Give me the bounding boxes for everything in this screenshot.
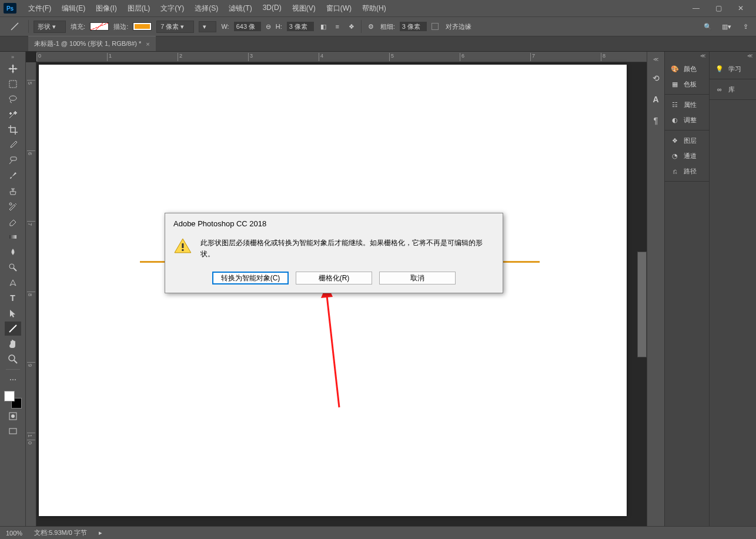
toolbox: » T ⋯	[0, 52, 26, 526]
width-input[interactable]	[234, 22, 261, 31]
magic-wand-tool[interactable]	[5, 108, 21, 122]
color-swatches[interactable]	[4, 391, 22, 409]
menu-select[interactable]: 选择(S)	[190, 1, 223, 16]
swatches-panel-tab[interactable]: ▦色板	[665, 76, 709, 92]
svg-line-11	[14, 360, 17, 363]
tool-mode-select[interactable]: 形状 ▾	[34, 21, 66, 33]
svg-line-9	[9, 325, 16, 332]
share-icon[interactable]: ⇪	[741, 22, 750, 31]
menu-edit[interactable]: 编辑(E)	[57, 1, 90, 16]
gradient-tool[interactable]	[5, 230, 21, 244]
screen-mode-tool[interactable]	[5, 424, 21, 438]
align-edges-checkbox[interactable]	[431, 23, 439, 30]
convert-to-smart-object-button[interactable]: 转换为智能对象(C)	[212, 272, 289, 284]
character-panel-icon[interactable]: A	[650, 93, 663, 106]
history-panel-icon[interactable]: ⟲	[650, 72, 663, 85]
stroke-swatch[interactable]	[133, 22, 152, 31]
lasso-tool[interactable]	[5, 92, 21, 106]
menu-layer[interactable]: 图层(L)	[123, 1, 155, 16]
stroke-style-select[interactable]: ▾	[199, 21, 216, 32]
document-tab[interactable]: 未标题-1 @ 100% (形状 1, RGB/8#) * ×	[28, 36, 156, 51]
menu-type[interactable]: 文字(Y)	[156, 1, 189, 16]
search-icon[interactable]: 🔍	[703, 22, 712, 31]
thickness-input[interactable]	[400, 22, 427, 31]
collapse-icon[interactable]: ≪	[647, 56, 664, 63]
menu-help[interactable]: 帮助(H)	[357, 1, 391, 16]
eyedropper-tool[interactable]	[5, 138, 21, 152]
collapse-icon[interactable]: ≪	[665, 52, 709, 59]
menu-image[interactable]: 图像(I)	[91, 1, 121, 16]
zoom-tool[interactable]	[5, 352, 21, 366]
crop-tool[interactable]	[5, 123, 21, 137]
healing-brush-tool[interactable]	[5, 153, 21, 168]
path-selection-tool[interactable]	[5, 306, 21, 320]
layers-panel-tab[interactable]: ❖图层	[665, 133, 709, 148]
height-input[interactable]	[287, 22, 314, 31]
dialog-message: 此形状图层必须栅格化或转换为智能对象后才能继续。如果栅格化，它将不再是可编辑的形…	[200, 235, 494, 260]
panel-dock-right: ≪ 💡学习 ∞库	[709, 52, 756, 526]
fill-label: 填充:	[71, 22, 85, 31]
width-label: W:	[221, 23, 229, 30]
sliders-icon: ☷	[670, 100, 680, 109]
menu-window[interactable]: 窗口(W)	[322, 1, 356, 16]
svg-point-7	[9, 264, 14, 269]
foreground-color[interactable]	[4, 391, 15, 401]
close-button[interactable]: ✕	[734, 4, 748, 13]
learn-panel-tab[interactable]: 💡学习	[710, 61, 756, 76]
channels-panel-tab[interactable]: ◔通道	[665, 148, 709, 163]
collapse-icon[interactable]: ≪	[710, 52, 756, 59]
history-brush-tool[interactable]	[5, 199, 21, 213]
svg-rect-14	[9, 428, 16, 434]
svg-point-5	[9, 203, 12, 205]
menu-file[interactable]: 文件(F)	[24, 1, 56, 16]
path-arrange-icon[interactable]: ❖	[347, 22, 356, 31]
doc-size[interactable]: 文档:5.93M/0 字节	[34, 528, 87, 537]
blur-tool[interactable]	[5, 245, 21, 259]
cancel-button[interactable]: 取消	[379, 272, 456, 284]
marquee-tool[interactable]	[5, 77, 21, 91]
eraser-tool[interactable]	[5, 215, 21, 229]
hand-tool[interactable]	[5, 337, 21, 351]
separator	[6, 369, 20, 370]
minimize-button[interactable]: —	[689, 4, 703, 13]
thickness-label: 粗细:	[380, 22, 395, 31]
arrange-docs-icon[interactable]: ▥▾	[722, 22, 731, 31]
color-panel-tab[interactable]: 🎨颜色	[665, 61, 709, 76]
annotation-arrow	[319, 284, 354, 413]
gear-icon[interactable]: ⚙	[366, 22, 376, 31]
status-more-icon[interactable]: ▸	[99, 529, 102, 537]
menu-3d[interactable]: 3D(D)	[258, 1, 286, 16]
libraries-panel-tab[interactable]: ∞库	[710, 82, 756, 97]
path-ops-icon[interactable]: ◧	[319, 22, 328, 31]
rasterize-button[interactable]: 栅格化(R)	[296, 272, 372, 284]
adjustments-panel-tab[interactable]: ◐调整	[665, 112, 709, 128]
zoom-level[interactable]: 100%	[6, 530, 22, 537]
edit-toolbar-icon[interactable]: ⋯	[5, 373, 21, 387]
svg-line-4	[9, 160, 12, 164]
stroke-width-select[interactable]: 7 像素 ▾	[156, 21, 194, 33]
line-tool[interactable]	[5, 322, 21, 336]
tab-close-icon[interactable]: ×	[146, 41, 149, 48]
menu-filter[interactable]: 滤镜(T)	[224, 1, 256, 16]
dodge-tool[interactable]	[5, 260, 21, 274]
toolbox-collapse-icon[interactable]: »	[0, 54, 25, 61]
clone-stamp-tool[interactable]	[5, 184, 21, 198]
pen-tool[interactable]	[5, 276, 21, 290]
vertical-ruler[interactable]: 5 6 7 8 9 1 0	[26, 62, 36, 526]
maximize-button[interactable]: ▢	[711, 4, 725, 13]
type-tool[interactable]: T	[5, 291, 21, 305]
quick-mask-tool[interactable]	[5, 409, 21, 423]
link-icon[interactable]: ⊖	[266, 23, 271, 31]
properties-panel-tab[interactable]: ☷属性	[665, 97, 709, 112]
vertical-scrollbar[interactable]	[637, 252, 647, 357]
move-tool[interactable]	[5, 62, 21, 76]
stroke-label: 描边:	[113, 22, 128, 31]
paths-panel-tab[interactable]: ⎌路径	[665, 163, 709, 179]
path-align-icon[interactable]: ≡	[333, 22, 342, 31]
horizontal-ruler[interactable]: 0 1 2 3 4 5 6 7 8	[36, 52, 647, 62]
menu-view[interactable]: 视图(V)	[287, 1, 320, 16]
fill-swatch[interactable]	[90, 22, 109, 31]
paragraph-panel-icon[interactable]: ¶	[650, 114, 663, 127]
brush-tool[interactable]	[5, 169, 21, 183]
tool-preset-picker[interactable]	[6, 19, 24, 34]
